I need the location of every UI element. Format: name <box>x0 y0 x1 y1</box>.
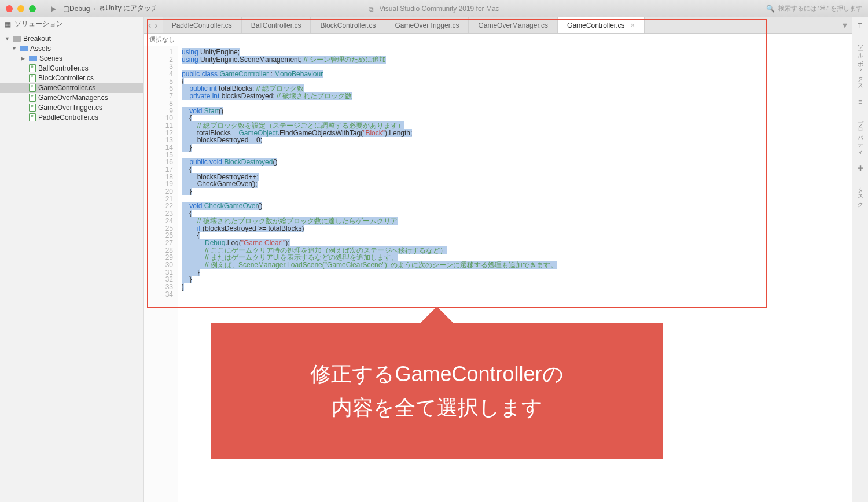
nav-forward-icon[interactable]: › <box>155 20 157 31</box>
properties-icon[interactable]: ≡ <box>858 98 862 106</box>
tree-file[interactable]: BlockController.cs <box>0 73 143 83</box>
unity-attach-label[interactable]: Unity にアタッチ <box>105 3 158 13</box>
titlebar: ▶ ▢ Debug › ⚙ Unity にアタッチ ⧉ Visual Studi… <box>0 0 868 17</box>
tree-file[interactable]: PaddleController.cs <box>0 112 143 122</box>
properties-tab[interactable]: プロパティ <box>856 116 865 154</box>
debug-config[interactable]: Debug <box>69 5 90 13</box>
tree-file[interactable]: GameController.cs <box>0 83 143 93</box>
config-target-icon: ▢ <box>63 5 69 13</box>
unity-attach-icon: ⚙ <box>99 5 105 13</box>
panel-icon: ▦ <box>5 20 11 28</box>
vs-logo-icon: ⧉ <box>369 5 376 12</box>
editor-tab[interactable]: GameController.cs× <box>558 17 645 33</box>
tasks-tab[interactable]: タスク <box>856 183 865 205</box>
search-hint: 検索するには '⌘.' を押します <box>778 4 862 13</box>
editor-tab[interactable]: BlockController.cs <box>311 17 385 33</box>
annotation-callout: 修正するGameControllerの 内容を全て選択します <box>211 323 663 459</box>
minimize-window-icon[interactable] <box>17 5 24 12</box>
tree-assets[interactable]: ▼Assets <box>0 43 143 53</box>
search-icon[interactable]: 🔍 <box>766 5 775 13</box>
line-gutter: 1234567891011121314151617181920212223242… <box>144 46 178 502</box>
breadcrumb[interactable]: 選択なし <box>144 34 852 46</box>
solution-explorer: ▦ ソリューション ▼Breakout▼Assets▶ScenesBallCon… <box>0 17 144 502</box>
tab-overflow-icon[interactable]: ▾ <box>838 17 852 33</box>
editor-tab[interactable]: GameOverManager.cs <box>469 17 558 33</box>
maximize-window-icon[interactable] <box>29 5 36 12</box>
right-rail: T ツールボックス ≡ プロパティ ✚ タスク <box>852 17 868 502</box>
tree-file[interactable]: GameOverManager.cs <box>0 93 143 102</box>
editor-tab[interactable]: PaddleController.cs <box>163 17 242 33</box>
tasks-icon[interactable]: ✚ <box>858 164 863 172</box>
separator-icon: › <box>93 5 95 13</box>
callout-line2: 内容を全て選択します <box>332 391 543 425</box>
tree-root[interactable]: ▼Breakout <box>0 34 143 43</box>
editor-tab[interactable]: BallController.cs <box>242 17 311 33</box>
close-window-icon[interactable] <box>6 5 13 12</box>
app-title: ⧉ Visual Studio Community 2019 for Mac <box>369 5 499 13</box>
toolbox-tab[interactable]: ツールボックス <box>856 40 865 87</box>
tab-strip: ‹ › PaddleController.csBallController.cs… <box>144 17 852 34</box>
editor-tab[interactable]: GameOverTrigger.cs <box>385 17 469 33</box>
window-controls[interactable] <box>6 5 36 12</box>
callout-line1: 修正するGameControllerの <box>310 357 563 391</box>
tree-file[interactable]: GameOverTrigger.cs <box>0 102 143 112</box>
tree-scenes[interactable]: ▶Scenes <box>0 53 143 63</box>
close-tab-icon[interactable]: × <box>630 21 635 29</box>
solution-header: ▦ ソリューション <box>0 17 143 31</box>
toolbox-icon[interactable]: T <box>858 22 862 30</box>
nav-back-icon[interactable]: ‹ <box>148 20 151 31</box>
run-button-icon[interactable]: ▶ <box>51 5 56 13</box>
tree-file[interactable]: BallController.cs <box>0 63 143 73</box>
